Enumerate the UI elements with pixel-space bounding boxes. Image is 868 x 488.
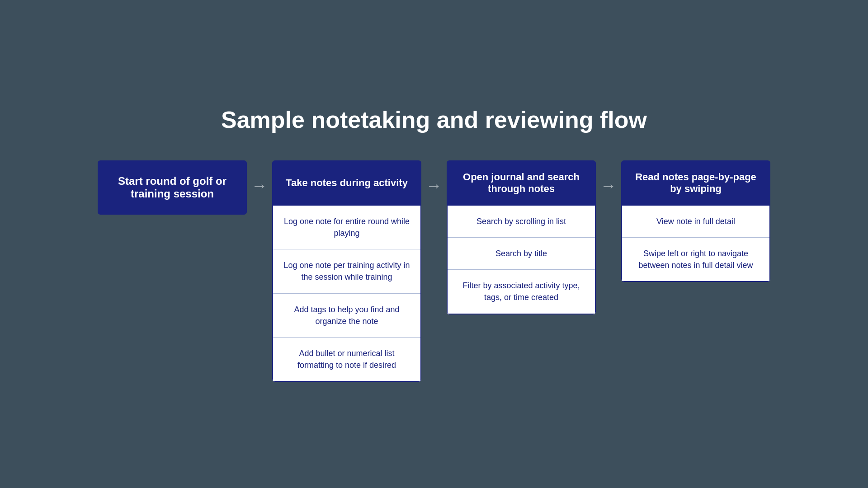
card-item-take-notes-0: Log one note for entire round while play…	[273, 206, 420, 249]
card-item-open-journal-2: Filter by associated activity type, tags…	[448, 270, 595, 313]
page-title: Sample notetaking and reviewing flow	[221, 106, 647, 133]
card-item-take-notes-1: Log one note per training activity in th…	[273, 249, 420, 293]
card-body-take-notes: Log one note for entire round while play…	[272, 206, 421, 382]
flow-arrow-2: →	[421, 160, 447, 194]
card-item-take-notes-3: Add bullet or numerical list formatting …	[273, 338, 420, 381]
flow-container: Start round of golf or training session→…	[98, 160, 770, 382]
card-start: Start round of golf or training session	[98, 160, 247, 215]
card-item-open-journal-0: Search by scrolling in list	[448, 206, 595, 238]
card-item-take-notes-2: Add tags to help you find and organize t…	[273, 294, 420, 338]
card-header-take-notes: Take notes during activity	[272, 160, 421, 206]
flow-arrow-3: →	[596, 160, 621, 194]
card-item-open-journal-1: Search by title	[448, 238, 595, 270]
arrow-icon-2: →	[426, 178, 442, 194]
card-item-read-notes-1: Swipe left or right to navigate between …	[622, 238, 769, 281]
card-read-notes: Read notes page-by-page by swipingView n…	[621, 160, 770, 282]
arrow-icon-3: →	[600, 178, 617, 194]
card-item-read-notes-0: View note in full detail	[622, 206, 769, 238]
card-header-open-journal: Open journal and search through notes	[447, 160, 596, 206]
arrow-icon-1: →	[251, 178, 268, 194]
flow-arrow-1: →	[247, 160, 272, 194]
card-body-read-notes: View note in full detailSwipe left or ri…	[621, 206, 770, 282]
card-body-open-journal: Search by scrolling in listSearch by tit…	[447, 206, 596, 314]
card-open-journal: Open journal and search through notesSea…	[447, 160, 596, 314]
card-take-notes: Take notes during activityLog one note f…	[272, 160, 421, 382]
card-header-read-notes: Read notes page-by-page by swiping	[621, 160, 770, 206]
